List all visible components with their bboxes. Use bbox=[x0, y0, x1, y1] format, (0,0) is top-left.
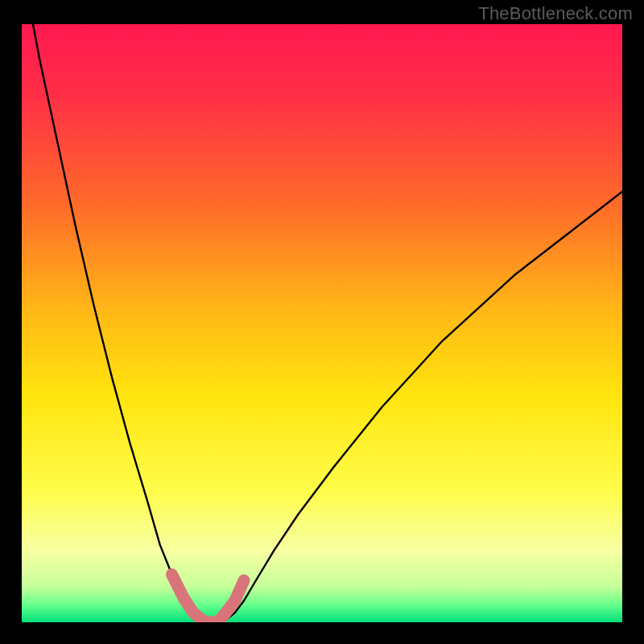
bottleneck-chart bbox=[0, 0, 644, 644]
plot-background bbox=[22, 24, 622, 622]
watermark-text: TheBottleneck.com bbox=[478, 3, 633, 24]
chart-frame: TheBottleneck.com bbox=[0, 0, 644, 644]
